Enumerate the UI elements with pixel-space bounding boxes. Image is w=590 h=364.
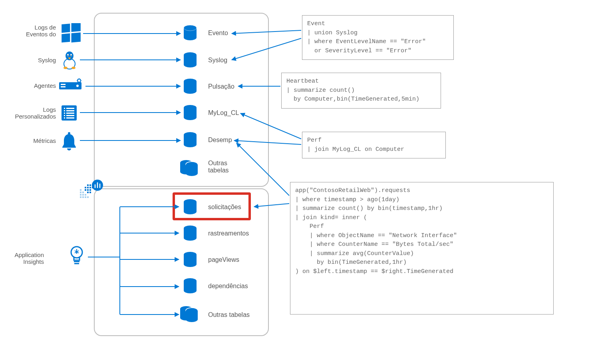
svg-rect-41	[80, 192, 81, 193]
svg-point-13	[72, 67, 75, 69]
database-icon	[182, 278, 198, 295]
svg-rect-5	[72, 32, 81, 42]
windows-logo-icon	[61, 23, 81, 44]
svg-point-10	[68, 55, 68, 56]
svg-rect-25	[66, 113, 74, 114]
database-icon	[182, 199, 198, 216]
bell-icon	[60, 132, 78, 152]
database-icon	[182, 132, 198, 148]
svg-rect-45	[89, 192, 91, 193]
svg-rect-16	[61, 86, 66, 87]
table-outras-top: Outras tabelas	[208, 160, 229, 174]
svg-rect-54	[89, 184, 91, 186]
svg-rect-27	[66, 115, 74, 116]
svg-rect-24	[64, 113, 65, 114]
svg-point-30	[68, 132, 70, 135]
svg-point-11	[71, 55, 72, 56]
svg-rect-40	[85, 194, 86, 196]
svg-rect-48	[89, 189, 91, 191]
svg-rect-47	[87, 189, 89, 191]
source-label-event-logs: Logs de Eventos do	[8, 24, 56, 38]
svg-rect-44	[87, 192, 89, 193]
database-stack-icon	[180, 158, 201, 178]
svg-point-66	[184, 62, 197, 67]
table-pageviews: pageViews	[208, 256, 239, 263]
database-icon	[182, 105, 198, 121]
svg-rect-20	[64, 108, 65, 109]
svg-rect-21	[66, 108, 74, 109]
svg-rect-36	[85, 196, 86, 198]
database-stack-icon	[180, 304, 201, 324]
svg-rect-37	[87, 196, 89, 198]
server-icon	[58, 78, 84, 91]
svg-point-81	[186, 170, 198, 176]
svg-point-93	[184, 288, 197, 293]
table-dependencias: dependências	[208, 283, 248, 290]
lightbulb-icon	[68, 245, 85, 267]
table-mylog-cl: MyLog_CL	[208, 109, 239, 117]
svg-rect-15	[61, 84, 66, 85]
svg-rect-53	[87, 184, 89, 186]
svg-point-90	[184, 261, 197, 267]
svg-rect-32	[74, 261, 79, 262]
svg-rect-22	[64, 110, 65, 111]
log-analytics-badge-icon	[79, 179, 107, 201]
svg-point-17	[76, 85, 79, 87]
svg-point-84	[184, 209, 197, 214]
svg-point-87	[184, 235, 197, 241]
svg-rect-39	[82, 194, 84, 196]
svg-rect-4	[62, 34, 70, 43]
svg-point-72	[184, 115, 197, 120]
database-icon	[182, 52, 198, 69]
svg-rect-51	[89, 187, 91, 188]
svg-point-75	[184, 142, 197, 147]
svg-rect-46	[85, 189, 86, 191]
database-icon	[182, 251, 198, 268]
source-label-metrics: Métricas	[8, 137, 56, 144]
table-desemp: Desemp	[208, 136, 232, 144]
source-label-agents: Agentes	[8, 82, 56, 89]
query-box-app: app("ContosoRetailWeb").requests | where…	[290, 182, 554, 315]
svg-rect-34	[80, 196, 81, 198]
svg-rect-23	[66, 110, 74, 111]
database-icon	[182, 78, 198, 95]
list-icon	[60, 104, 78, 122]
table-solicitacoes: solicitações	[208, 204, 241, 211]
database-icon	[182, 225, 198, 242]
svg-rect-49	[85, 187, 86, 188]
svg-rect-2	[62, 24, 70, 33]
source-label-custom-logs: Logs Personalizados	[4, 106, 56, 120]
svg-point-69	[184, 88, 197, 94]
svg-rect-50	[87, 187, 89, 188]
svg-rect-3	[72, 23, 81, 32]
svg-rect-38	[80, 194, 81, 196]
svg-rect-42	[82, 192, 84, 193]
table-pulsacao: Pulsação	[208, 83, 234, 90]
query-box-perf: Perf | join MyLog_CL on Computer	[302, 132, 446, 158]
svg-rect-35	[82, 196, 84, 198]
svg-rect-28	[64, 117, 65, 119]
query-box-heartbeat: Heartbeat | summarize count() by Compute…	[281, 73, 441, 109]
table-evento: Evento	[208, 30, 228, 37]
table-outras-bottom: Outras tabelas	[208, 311, 250, 318]
linux-penguin-icon	[61, 49, 78, 69]
svg-rect-29	[66, 117, 74, 119]
source-label-app-insights: Application Insights	[4, 251, 44, 265]
svg-rect-43	[80, 189, 81, 191]
svg-rect-26	[64, 115, 65, 116]
table-rastreamentos: rastreamentos	[208, 230, 249, 237]
query-box-event: Event | union Syslog | where EventLevelN…	[302, 15, 454, 60]
database-icon	[182, 25, 198, 42]
svg-rect-33	[74, 263, 79, 264]
table-syslog: Syslog	[208, 57, 227, 64]
svg-point-12	[64, 67, 68, 69]
svg-point-99	[186, 317, 198, 322]
svg-point-62	[184, 35, 197, 40]
source-label-syslog: Syslog	[8, 57, 56, 63]
